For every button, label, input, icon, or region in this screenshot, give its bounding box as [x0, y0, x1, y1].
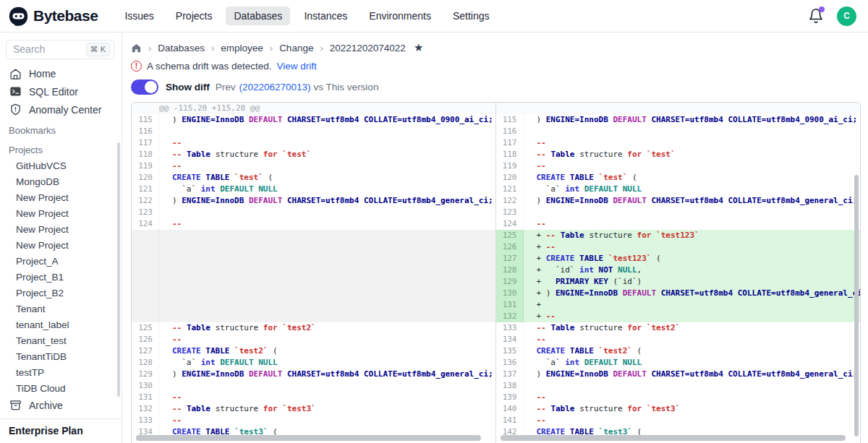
nav-item-databases[interactable]: Databases — [226, 7, 290, 25]
code-text — [524, 207, 861, 218]
top-nav: IssuesProjectsDatabasesInstancesEnvironm… — [116, 7, 497, 25]
breadcrumb-item[interactable]: Change — [279, 43, 313, 53]
alert-circle-icon: ! — [131, 61, 142, 72]
diff-horizontal-scrollbar-old[interactable] — [136, 435, 488, 441]
diff-line: 119-- — [132, 160, 495, 172]
vs-this-version-label: vs This version — [314, 82, 379, 93]
project-item[interactable]: New Project — [0, 237, 122, 253]
line-number: 116 — [132, 126, 159, 137]
code-text: -- — [159, 415, 495, 426]
notifications-bell-icon[interactable] — [808, 8, 824, 24]
scrollbar-thumb[interactable] — [501, 435, 846, 441]
diff-toolbar: Show diff Prev (202206270013) vs This ve… — [131, 79, 861, 95]
sidebar-item-sql-editor[interactable]: SQL Editor — [0, 83, 122, 101]
nav-item-settings[interactable]: Settings — [445, 7, 498, 25]
diff-line: 131-- — [132, 392, 495, 403]
star-filled-icon[interactable]: ★ — [414, 41, 423, 54]
terminal-icon — [9, 85, 22, 98]
code-text: -- — [524, 415, 861, 426]
line-number: 137 — [496, 369, 524, 380]
search-box[interactable]: ⌘ K — [6, 40, 114, 59]
diff-hunk-header: @@ -115,20 +115,28 @@ — [132, 103, 495, 114]
diff-horizontal-scrollbar-new[interactable] — [501, 435, 854, 441]
code-text: -- Table structure for `test` — [159, 149, 495, 160]
breadcrumb-item[interactable]: Databases — [158, 43, 205, 53]
bytebase-logo[interactable]: Bytebase — [9, 7, 98, 26]
sidebar-item-anomaly-center[interactable]: Anomaly Center — [0, 100, 122, 119]
nav-item-instances[interactable]: Instances — [296, 7, 355, 25]
code-text: -- — [524, 160, 861, 172]
line-number: 121 — [132, 184, 159, 195]
nav-item-issues[interactable]: Issues — [116, 7, 161, 25]
code-text: `a` int DEFAULT NULL — [524, 184, 861, 195]
code-text: ) ENGINE=InnoDB DEFAULT CHARSET=utf8mb4 … — [524, 369, 861, 380]
project-item[interactable]: New Project — [0, 189, 122, 205]
project-item[interactable]: Project_B2 — [0, 285, 122, 301]
diff-hunk-header — [496, 103, 861, 114]
avatar[interactable]: C — [837, 7, 856, 26]
nav-item-environments[interactable]: Environments — [361, 7, 439, 25]
plan-label: Enterprise Plan — [0, 418, 122, 443]
alert-text: A schema drift was detected. — [147, 61, 272, 72]
diff-line: 139-- — [496, 392, 861, 403]
code-text: -- — [524, 137, 861, 149]
code-text — [159, 126, 495, 137]
nav-item-projects[interactable]: Projects — [168, 7, 221, 25]
diff-line: 118-- Table structure for `test` — [496, 149, 861, 160]
diff-vertical-scrollbar[interactable] — [854, 175, 859, 436]
bytebase-logo-icon — [9, 7, 28, 26]
line-number — [132, 103, 159, 114]
sidebar-item-archive[interactable]: Archive — [0, 396, 122, 414]
code-text: -- Table structure for `test3` — [159, 403, 495, 415]
project-item[interactable]: TenantTiDB — [0, 348, 122, 364]
project-item[interactable]: testTP — [0, 364, 122, 380]
code-text: + -- — [524, 311, 861, 322]
line-number — [132, 276, 159, 288]
prev-version-link[interactable]: (202206270013) — [239, 82, 311, 93]
search-input[interactable] — [13, 43, 75, 55]
code-text — [524, 103, 861, 114]
code-text: @@ -115,20 +115,28 @@ — [159, 103, 495, 114]
line-number: 120 — [132, 172, 159, 184]
line-number: 127 — [132, 345, 159, 357]
view-drift-link[interactable]: View drift — [277, 61, 317, 72]
code-text — [159, 264, 495, 276]
code-text: + -- — [524, 241, 861, 253]
diff-column-old: @@ -115,20 +115,28 @@115) ENGINE=InnoDB … — [132, 103, 496, 443]
diff-line: 141-- — [496, 415, 861, 426]
project-item[interactable]: MongoDB — [0, 173, 122, 189]
line-number: 122 — [132, 195, 159, 207]
project-item[interactable]: Tenant — [0, 301, 122, 317]
line-number: 128 — [132, 357, 159, 369]
breadcrumb-item[interactable]: 20221202074022 — [330, 43, 406, 53]
code-text — [159, 311, 495, 322]
schema-drift-alert: ! A schema drift was detected. View drif… — [131, 61, 861, 72]
sidebar-scrollbar[interactable] — [117, 142, 120, 397]
project-item[interactable]: New Project — [0, 205, 122, 221]
project-item[interactable]: New Project — [0, 221, 122, 237]
diff-line: 134-- — [496, 334, 861, 345]
line-number: 123 — [132, 207, 159, 218]
project-item[interactable]: Project_A — [0, 253, 122, 269]
diff-line: 120CREATE TABLE `test` ( — [132, 172, 495, 184]
project-item[interactable]: Project_B1 — [0, 269, 122, 285]
line-number: 131 — [132, 392, 159, 403]
project-item[interactable]: GitHubVCS — [0, 158, 122, 173]
project-item[interactable]: Tenant_test — [0, 332, 122, 348]
project-item[interactable]: tenant_label — [0, 317, 122, 332]
breadcrumb-home-icon[interactable] — [131, 43, 142, 53]
diff-line: 118-- Table structure for `test` — [132, 149, 495, 160]
line-number: 131 — [496, 299, 524, 311]
line-number: 120 — [496, 172, 524, 184]
project-item[interactable]: TiDB Cloud — [0, 380, 122, 396]
line-number: 117 — [132, 137, 159, 149]
diff-empty-row — [132, 299, 495, 311]
line-number: 141 — [496, 415, 524, 426]
line-number — [132, 288, 159, 299]
sidebar-item-home[interactable]: Home — [0, 65, 122, 83]
scrollbar-thumb[interactable] — [136, 435, 481, 441]
line-number: 116 — [496, 126, 524, 137]
breadcrumb-item[interactable]: employee — [221, 43, 263, 53]
diff-line: 115) ENGINE=InnoDB DEFAULT CHARSET=utf8m… — [496, 114, 861, 126]
show-diff-toggle[interactable] — [131, 79, 158, 95]
